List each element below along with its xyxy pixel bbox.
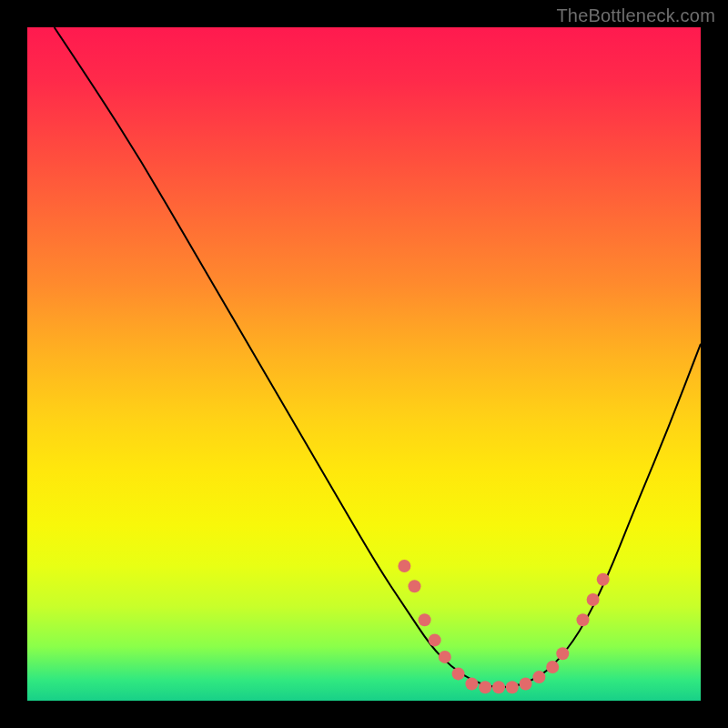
highlight-dot	[398, 560, 410, 572]
chart-svg	[27, 27, 701, 701]
highlight-dot	[506, 681, 519, 693]
plot-area	[27, 27, 701, 701]
highlight-dot	[492, 681, 505, 693]
chart-frame: TheBottleneck.com	[0, 0, 728, 728]
highlight-dot	[556, 647, 569, 660]
highlight-dot	[409, 580, 421, 592]
highlight-dot	[587, 593, 600, 606]
highlight-dot	[419, 613, 431, 626]
curve-layer	[55, 27, 701, 687]
highlight-dot	[452, 667, 465, 680]
highlight-dot	[577, 613, 590, 626]
highlight-dot	[429, 633, 441, 646]
highlight-dot	[597, 573, 610, 586]
dots-layer	[398, 560, 609, 693]
bottleneck-curve	[55, 27, 701, 687]
highlight-dot	[439, 651, 451, 663]
highlight-dot	[465, 678, 478, 691]
watermark-text: TheBottleneck.com	[556, 5, 715, 26]
highlight-dot	[532, 671, 545, 683]
highlight-dot	[479, 681, 491, 693]
highlight-dot	[546, 661, 559, 673]
highlight-dot	[520, 678, 532, 691]
